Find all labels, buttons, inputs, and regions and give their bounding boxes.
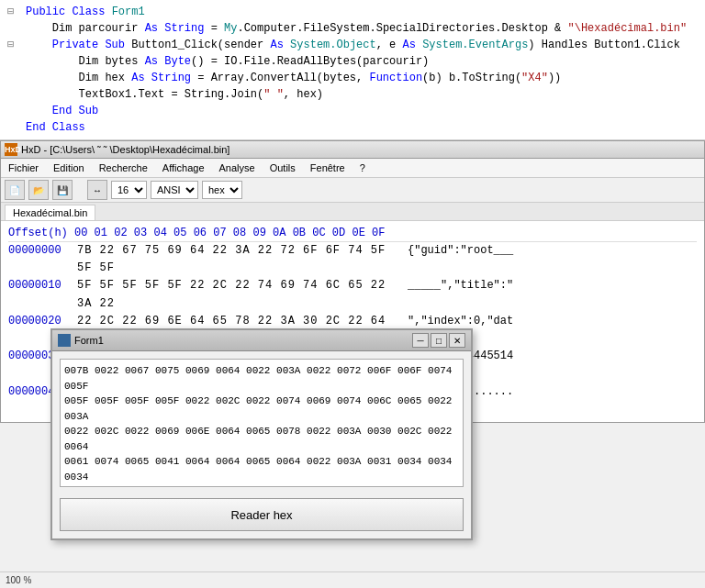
bytes-0: 7B 22 67 75 69 64 22 3A 22 72 6F 6F 74 5… <box>77 242 408 277</box>
menu-affichage[interactable]: Affichage <box>155 161 212 175</box>
encoding-select[interactable]: ANSI <box>151 181 198 199</box>
type-object: System.Object <box>290 37 376 53</box>
kw-class: Class <box>72 4 111 20</box>
zoom-value: 100 % <box>6 575 31 585</box>
gutter-6 <box>7 86 26 103</box>
code-line-1: ⊟ Public Class Form1 <box>7 4 698 20</box>
ascii-0: {"guid":"root___ <box>408 242 513 277</box>
class-name: Form1 <box>112 4 145 20</box>
kw-as-1: As <box>270 37 290 53</box>
string-literal: "\Hexadécimal.bin" <box>568 20 688 37</box>
code-line-8: End Class <box>7 119 698 136</box>
dim-hex: Dim hex <box>26 70 131 86</box>
gutter-2 <box>7 20 26 37</box>
code-editor: ⊟ Public Class Form1 Dim parcourir As St… <box>0 0 705 140</box>
code-line-5: Dim hex As String = Array.ConvertAll(byt… <box>7 70 698 86</box>
minimize-button[interactable]: ─ <box>412 333 429 348</box>
kw-as-2: As <box>403 37 423 53</box>
form1-title-left: Form1 <box>58 334 104 347</box>
gutter-8 <box>7 119 26 136</box>
readallbytes: () = IO.File.ReadAllBytes(parcourir) <box>191 53 429 70</box>
hex-row-1: 00000010 5F 5F 5F 5F 5F 22 2C 22 74 69 7… <box>8 277 697 312</box>
hex-textbox[interactable]: 007B 0022 0067 0075 0069 0064 0022 003A … <box>60 359 464 487</box>
toolbar-save[interactable]: 💾 <box>52 180 73 200</box>
kw-end-class: End Class <box>26 119 85 136</box>
ascii-1: _____","title":" <box>408 277 513 312</box>
form1-body: 007B 0022 0067 0075 0069 0064 0022 003A … <box>52 351 471 538</box>
kw-private-sub: Private Sub <box>52 37 131 53</box>
close-parens: )) <box>548 70 561 86</box>
menu-fenetre[interactable]: Fenêtre <box>303 161 352 175</box>
gutter-5 <box>7 70 26 86</box>
sub-name: Button1_Click(sender <box>131 37 270 53</box>
toolbar-open[interactable]: 📂 <box>28 180 49 200</box>
space-literal: " " <box>263 86 284 103</box>
my-ref: My <box>224 20 237 37</box>
hxd-tab[interactable]: Hexadécimal.bin <box>5 205 95 220</box>
form1-dialog: Form1 ─ □ ✕ 007B 0022 0067 0075 0069 006… <box>50 328 473 540</box>
gutter-3: ⊟ <box>7 37 26 53</box>
menu-help[interactable]: ? <box>352 161 373 175</box>
form1-window-controls[interactable]: ─ □ ✕ <box>412 333 465 348</box>
dim-bytes: Dim bytes <box>26 53 145 70</box>
toolbar-new[interactable]: 📄 <box>5 180 25 200</box>
indent-3 <box>26 37 52 53</box>
handles: ) Handles Button1.Click <box>528 37 680 53</box>
offset-1: 00000010 <box>8 277 77 312</box>
param-e: , e <box>376 37 403 53</box>
join-hex: , hex) <box>284 86 323 103</box>
kw-as-string: As String <box>145 20 205 37</box>
zoom-bar: 100 % <box>0 571 705 588</box>
offset-select[interactable]: 16 <box>111 181 147 199</box>
kw-public: Public <box>26 4 72 20</box>
kw-function: Function <box>369 70 422 86</box>
menu-edition[interactable]: Edition <box>46 161 92 175</box>
hxd-app-icon: HxD <box>5 143 17 156</box>
menu-recherche[interactable]: Recherche <box>92 161 155 175</box>
hex-header: Offset(h) 00 01 02 03 04 05 06 07 08 09 … <box>8 225 697 242</box>
gutter-7 <box>7 103 26 119</box>
textbox-join: TextBox1.Text = String.Join( <box>26 86 263 103</box>
kw-as-string-2: As String <box>131 70 191 86</box>
hxd-title: HxD - [C:\Users\ ˜ ˜ \Desktop\Hexadécima… <box>21 144 229 155</box>
hxd-menubar[interactable]: Fichier Edition Recherche Affichage Anal… <box>1 159 704 178</box>
dim-parcourir: Dim parcourir <box>26 20 145 37</box>
filesystem-path: .Computer.FileSystem.SpecialDirectories.… <box>237 20 567 37</box>
mode-select[interactable]: hex <box>202 181 242 199</box>
hxd-toolbar: 📄 📂 💾 ↔ 16 ANSI hex <box>1 178 704 203</box>
hex-header-text: Offset(h) 00 01 02 03 04 05 06 07 08 09 … <box>8 227 385 239</box>
convertall: = Array.ConvertAll(bytes, <box>191 70 369 86</box>
gutter-4 <box>7 53 26 70</box>
hxd-titlebar: HxD HxD - [C:\Users\ ˜ ˜ \Desktop\Hexadé… <box>1 141 704 159</box>
form1-titlebar: Form1 ─ □ ✕ <box>52 330 471 351</box>
code-line-6: TextBox1.Text = String.Join( " " , hex) <box>7 86 698 103</box>
maximize-button[interactable]: □ <box>431 333 447 348</box>
menu-fichier[interactable]: Fichier <box>1 161 46 175</box>
form1-app-icon <box>58 334 71 347</box>
menu-analyse[interactable]: Analyse <box>212 161 263 175</box>
code-line-2: Dim parcourir As String = My .Computer.F… <box>7 20 698 37</box>
tostring: (b) b.ToString( <box>422 70 521 86</box>
toolbar-nav-left[interactable]: ↔ <box>87 180 107 200</box>
gutter-1: ⊟ <box>7 4 26 20</box>
code-line-4: Dim bytes As Byte () = IO.File.ReadAllBy… <box>7 53 698 70</box>
x4-literal: "X4" <box>521 70 548 86</box>
code-line-3: ⊟ Private Sub Button1_Click(sender As Sy… <box>7 37 698 53</box>
type-eventargs: System.EventArgs <box>422 37 528 53</box>
kw-as-byte: As Byte <box>145 53 191 70</box>
assign: = <box>204 20 224 37</box>
reader-hex-button[interactable]: Reader hex <box>60 498 464 531</box>
bytes-1: 5F 5F 5F 5F 5F 22 2C 22 74 69 74 6C 65 2… <box>77 277 408 312</box>
kw-end-sub: End Sub <box>26 103 98 119</box>
code-line-7: End Sub <box>7 103 698 119</box>
offset-0: 00000000 <box>8 242 77 277</box>
menu-outils[interactable]: Outils <box>263 161 303 175</box>
form1-title: Form1 <box>74 335 104 346</box>
hex-row-0: 00000000 7B 22 67 75 69 64 22 3A 22 72 6… <box>8 242 697 277</box>
close-button[interactable]: ✕ <box>449 333 465 348</box>
